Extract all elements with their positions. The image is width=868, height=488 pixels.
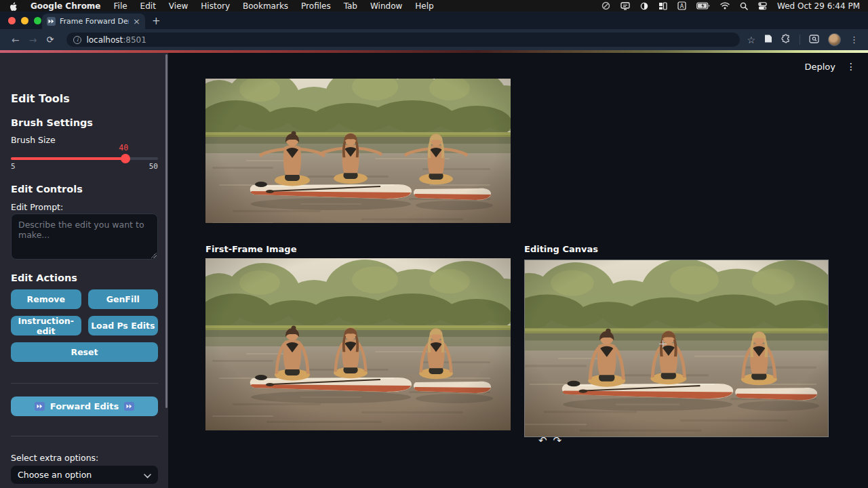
menu-window[interactable]: Window bbox=[370, 1, 402, 11]
window-zoom-button[interactable] bbox=[34, 17, 41, 24]
bookmark-star-icon[interactable]: ☆ bbox=[747, 35, 755, 45]
window-minimize-button[interactable] bbox=[21, 17, 28, 24]
reload-icon[interactable]: ⟳ bbox=[46, 35, 54, 45]
new-tab-button[interactable]: + bbox=[152, 14, 161, 28]
source-video[interactable] bbox=[205, 79, 511, 223]
tab-close-icon[interactable]: × bbox=[133, 17, 140, 26]
edit-actions-heading: Edit Actions bbox=[11, 272, 77, 283]
traffic-lights bbox=[8, 17, 41, 24]
slider-value: 40 bbox=[119, 143, 128, 152]
window-close-button[interactable] bbox=[8, 17, 16, 24]
edit-prompt-label: Edit Prompt: bbox=[11, 202, 63, 212]
browser-menu-icon[interactable]: ⋮ bbox=[850, 35, 859, 45]
menu-edit[interactable]: Edit bbox=[140, 1, 156, 11]
tiles-icon[interactable] bbox=[658, 2, 667, 10]
address-bar[interactable]: i localhost:8501 bbox=[66, 33, 740, 47]
forward-edits-label: Forward Edits bbox=[50, 401, 119, 411]
slider-min: 5 bbox=[11, 162, 16, 171]
slider-fill bbox=[11, 157, 125, 160]
brush-size-label: Brush Size bbox=[11, 135, 56, 145]
menu-history[interactable]: History bbox=[201, 1, 230, 11]
reset-button[interactable]: Reset bbox=[11, 342, 158, 362]
menu-tab[interactable]: Tab bbox=[344, 1, 357, 11]
forward-edits-button[interactable]: Forward Edits bbox=[11, 396, 158, 416]
menu-file[interactable]: File bbox=[114, 1, 127, 11]
tab-favicon-icon bbox=[47, 17, 56, 26]
profile-avatar[interactable] bbox=[828, 33, 841, 46]
redo-icon[interactable]: ↷ bbox=[553, 436, 562, 446]
menu-help[interactable]: Help bbox=[415, 1, 433, 11]
forward-icon[interactable]: → bbox=[29, 35, 37, 45]
display-icon[interactable] bbox=[620, 2, 630, 10]
url-text: localhost:8501 bbox=[86, 35, 146, 45]
toolbar-divider bbox=[800, 35, 800, 45]
menubar-clock[interactable]: Wed Oct 29 6:44 PM bbox=[777, 1, 860, 11]
side-panel-icon[interactable] bbox=[764, 33, 772, 46]
extra-options-select[interactable]: Choose an option bbox=[11, 466, 158, 484]
chevron-down-icon bbox=[144, 468, 151, 481]
back-icon[interactable]: ← bbox=[12, 35, 20, 45]
streamlit-app: Edit Tools Brush Settings Brush Size 40 … bbox=[0, 53, 868, 488]
input-a-glyph: A bbox=[680, 3, 684, 9]
fast-forward-icon bbox=[35, 402, 45, 411]
editing-canvas[interactable] bbox=[524, 260, 829, 437]
slider-minmax: 5 50 bbox=[11, 162, 158, 171]
genfill-button[interactable]: GenFill bbox=[88, 289, 159, 309]
edit-prompt-input[interactable] bbox=[11, 214, 158, 260]
load-ps-edits-button[interactable]: Load Ps Edits bbox=[88, 316, 159, 336]
menu-profiles[interactable]: Profiles bbox=[301, 1, 331, 11]
url-host: localhost bbox=[86, 35, 123, 45]
macos-menubar: Google Chrome File Edit View History Boo… bbox=[0, 0, 868, 12]
sidebar-divider bbox=[11, 436, 158, 436]
sidebar: Edit Tools Brush Settings Brush Size 40 … bbox=[0, 53, 168, 488]
resize-grip-icon[interactable] bbox=[151, 252, 157, 258]
chrome-tabstrip: Frame Forward Demo × + bbox=[0, 12, 868, 29]
app-menu-icon[interactable]: ⋮ bbox=[846, 61, 856, 72]
deploy-button[interactable]: Deploy bbox=[804, 62, 835, 72]
input-source-icon[interactable]: A bbox=[677, 1, 686, 10]
brush-size-slider[interactable]: 40 bbox=[11, 153, 158, 163]
edit-controls-heading: Edit Controls bbox=[11, 184, 83, 195]
brush-settings-heading: Brush Settings bbox=[11, 117, 93, 128]
remove-button[interactable]: Remove bbox=[11, 289, 81, 309]
canvas-toolbar: ↶ ↷ bbox=[538, 436, 561, 446]
select-value: Choose an option bbox=[18, 470, 144, 480]
extensions-icon[interactable] bbox=[781, 33, 791, 46]
edit-prompt-wrap bbox=[11, 214, 158, 260]
control-center-icon[interactable] bbox=[758, 2, 767, 10]
sidebar-title: Edit Tools bbox=[11, 92, 70, 105]
wifi-icon[interactable] bbox=[720, 2, 730, 9]
contrast-icon[interactable] bbox=[640, 2, 648, 10]
battery-icon[interactable] bbox=[696, 2, 710, 9]
sidebar-scrollbar[interactable] bbox=[165, 54, 167, 408]
chrome-toolbar: ← → ⟳ i localhost:8501 ☆ ⋮ bbox=[0, 29, 868, 50]
tab-search-icon[interactable] bbox=[809, 33, 819, 46]
first-frame-image bbox=[205, 258, 511, 430]
spotlight-icon[interactable] bbox=[740, 2, 748, 10]
browser-tab[interactable]: Frame Forward Demo × bbox=[42, 14, 145, 29]
slider-max: 50 bbox=[149, 162, 158, 171]
undo-icon[interactable]: ↶ bbox=[538, 436, 547, 446]
extra-options-label: Select extra options: bbox=[11, 453, 98, 463]
globe-status-icon[interactable] bbox=[601, 1, 610, 10]
main-content: Deploy ⋮ First-Frame Image Editing Canva… bbox=[168, 53, 868, 488]
site-info-icon[interactable]: i bbox=[73, 36, 81, 44]
menu-view[interactable]: View bbox=[169, 1, 188, 11]
url-port: :8501 bbox=[123, 35, 146, 45]
tab-title: Frame Forward Demo bbox=[60, 17, 129, 26]
menu-bookmarks[interactable]: Bookmarks bbox=[243, 1, 288, 11]
first-frame-label: First-Frame Image bbox=[205, 244, 297, 254]
streamlit-header: Deploy ⋮ bbox=[804, 61, 856, 72]
sidebar-divider bbox=[11, 383, 158, 384]
editing-canvas-label: Editing Canvas bbox=[524, 244, 598, 254]
edit-actions: Remove GenFill Instruction-edit Load Ps … bbox=[11, 289, 158, 362]
apple-icon[interactable] bbox=[9, 1, 18, 11]
instruction-edit-button[interactable]: Instruction-edit bbox=[11, 316, 81, 336]
menubar-app-name[interactable]: Google Chrome bbox=[31, 1, 101, 11]
screen: Google Chrome File Edit View History Boo… bbox=[0, 0, 868, 488]
fast-forward-icon bbox=[124, 402, 134, 411]
